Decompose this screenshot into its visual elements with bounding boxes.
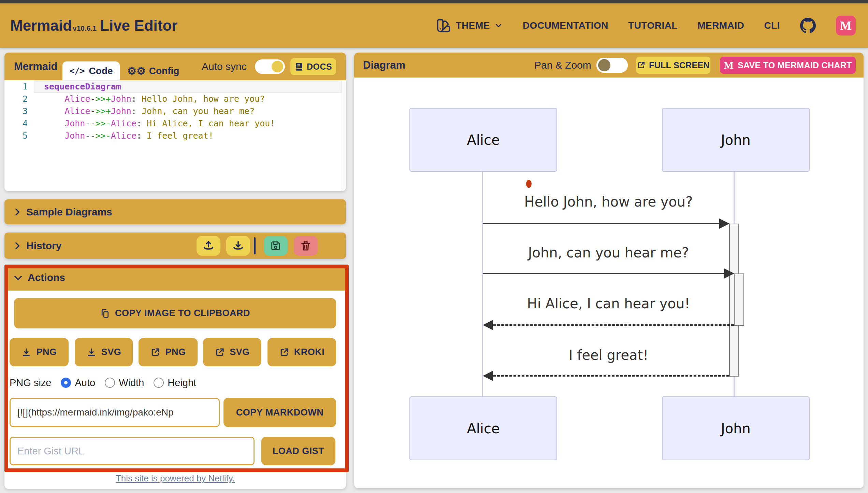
actions-section: Actions COPY IMAGE TO CLIPBOARD PNGSVGPN…: [4, 265, 346, 489]
png-size-row: PNG size AutoWidthHeight: [10, 375, 196, 391]
save-history-button[interactable]: [264, 236, 288, 256]
gears-icon: ⚙⚙: [127, 66, 146, 76]
save-to-mermaid-chart-button[interactable]: M SAVE TO MERMAID CHART: [720, 57, 856, 74]
github-icon[interactable]: [800, 17, 816, 34]
arrowhead-right: [719, 219, 729, 229]
pan-zoom-toggle[interactable]: [596, 58, 628, 73]
editor-panel-header: Mermaid </> Code ⚙⚙ Config Auto sync DOC…: [4, 53, 346, 80]
copy-image-label: COPY IMAGE TO CLIPBOARD: [115, 308, 250, 319]
nav-item-cli[interactable]: CLI: [764, 20, 780, 31]
arrowhead-right: [724, 268, 734, 279]
message-label: I feel great!: [483, 345, 734, 365]
app-nav: THEMEDOCUMENTATIONTUTORIALMERMAIDCLIM: [436, 3, 856, 48]
button-label: PNG: [165, 347, 186, 357]
window-top-strip: [0, 0, 868, 3]
actor-box-alice-bottom: Alice: [409, 396, 557, 460]
chevron-right-icon: [13, 208, 21, 216]
nav-item-mermaid[interactable]: MERMAID: [697, 20, 744, 31]
tray-upload-icon: [203, 240, 214, 252]
actions-label: Actions: [28, 272, 65, 283]
png-size-height-radio[interactable]: Height: [154, 377, 196, 389]
nav-label: THEME: [455, 20, 490, 31]
download-history-button[interactable]: [226, 236, 250, 256]
open-png-button[interactable]: PNG: [139, 338, 198, 366]
code-line: 4 John-->>-Alice: Hi Alice, I can hear y…: [4, 117, 346, 129]
png-size-label: PNG size: [10, 377, 51, 389]
netlify-link[interactable]: This site is powered by Netlify.: [4, 473, 346, 484]
docs-label: DOCS: [307, 62, 332, 72]
tab-config[interactable]: ⚙⚙ Config: [127, 61, 179, 80]
logo-version: v10.6.1: [73, 24, 97, 32]
sample-diagrams-section: Sample Diagrams: [4, 199, 346, 224]
copy-markdown-button[interactable]: COPY MARKDOWN: [223, 398, 336, 427]
upload-history-button[interactable]: [197, 236, 220, 256]
actions-toggle[interactable]: Actions: [4, 265, 346, 291]
copy-icon: [100, 308, 110, 319]
editor-scrollbar[interactable]: [342, 80, 346, 191]
code-line: 5 John-->>-Alice: I feel great!: [4, 129, 346, 142]
load-gist-button[interactable]: LOAD GIST: [261, 437, 335, 465]
nav-item-documentation[interactable]: DOCUMENTATION: [523, 20, 608, 31]
code-lines: 1sequenceDiagram2 Alice->>+John: Hello J…: [4, 80, 346, 142]
actor-box-john-top: John: [662, 108, 810, 172]
docs-button[interactable]: DOCS: [290, 58, 336, 75]
nav-item-tutorial[interactable]: TUTORIAL: [628, 20, 678, 31]
arrowhead-left: [483, 371, 493, 381]
markdown-url-input[interactable]: [10, 398, 220, 427]
download-png-button[interactable]: PNG: [10, 338, 69, 366]
full-screen-button[interactable]: FULL SCREEN: [636, 57, 710, 74]
png-size-width-radio[interactable]: Width: [105, 377, 144, 389]
download-svg-button[interactable]: SVG: [75, 338, 133, 366]
open-svg-button[interactable]: SVG: [203, 338, 261, 366]
png-size-auto-radio[interactable]: Auto: [61, 377, 95, 389]
copy-image-to-clipboard-button[interactable]: COPY IMAGE TO CLIPBOARD: [14, 298, 336, 328]
code-icon: </>: [69, 66, 85, 76]
mermaid-live-editor: Mermaid v10.6.1 Live Editor THEMEDOCUMEN…: [0, 0, 868, 493]
button-label: PNG: [36, 347, 57, 357]
save-chart-label: SAVE TO MERMAID CHART: [738, 60, 852, 70]
chevron-down-icon: [13, 273, 23, 282]
red-dot-marker: [526, 180, 532, 188]
external-link-icon: [150, 347, 160, 357]
nav-item-theme[interactable]: THEME: [436, 18, 503, 33]
code-editor[interactable]: 1sequenceDiagram2 Alice->>+John: Hello J…: [4, 80, 346, 191]
gist-url-input[interactable]: [10, 437, 255, 465]
radio-label: Auto: [75, 377, 95, 389]
message-label: Hi Alice, I can hear you!: [483, 293, 734, 314]
toggle-knob: [272, 61, 283, 72]
delete-history-button[interactable]: [294, 236, 318, 256]
actions-header: Actions: [4, 265, 346, 291]
mermaid-chart-icon: M: [724, 59, 734, 71]
copy-markdown-label: COPY MARKDOWN: [236, 407, 324, 418]
history-section: History: [4, 233, 346, 259]
auto-sync-toggle[interactable]: [255, 59, 285, 74]
diagram-panel: Diagram Pan & Zoom FULL SCREEN M SAVE TO…: [354, 53, 864, 488]
nav-label: TUTORIAL: [628, 20, 678, 31]
external-link-icon: [637, 61, 646, 70]
nav-label: CLI: [764, 20, 780, 31]
external-link-icon: [279, 347, 289, 357]
line-number: 5: [4, 131, 28, 141]
download-icon: [21, 347, 31, 357]
external-link-icon: [215, 347, 225, 357]
radio-label: Height: [168, 377, 196, 389]
button-label: SVG: [230, 347, 250, 357]
code-text: John-->>-Alice: Hi Alice, I can hear you…: [44, 118, 275, 128]
download-icon: [86, 347, 97, 357]
code-text: John-->>-Alice: I feel great!: [44, 131, 214, 141]
mermaid-chart-icon[interactable]: M: [836, 16, 856, 36]
tab-code[interactable]: </> Code: [62, 61, 120, 80]
activation-bar-inner: [734, 273, 744, 326]
nav-label: MERMAID: [697, 20, 744, 31]
button-label: SVG: [101, 347, 121, 357]
radio-unchecked-icon: [154, 378, 164, 388]
arrowhead-left: [483, 320, 493, 330]
code-line: 2 Alice->>+John: Hello John, how are you…: [4, 93, 346, 105]
pan-zoom-label: Pan & Zoom: [534, 53, 591, 78]
code-line: 3 Alice->>+John: John, can you hear me?: [4, 105, 346, 117]
app-logo: Mermaid v10.6.1 Live Editor: [10, 3, 177, 48]
tab-config-label: Config: [149, 66, 179, 76]
open-kroki-button[interactable]: KROKI: [267, 338, 336, 366]
code-text: sequenceDiagram: [44, 82, 121, 91]
sample-diagrams-toggle[interactable]: Sample Diagrams: [4, 199, 346, 224]
